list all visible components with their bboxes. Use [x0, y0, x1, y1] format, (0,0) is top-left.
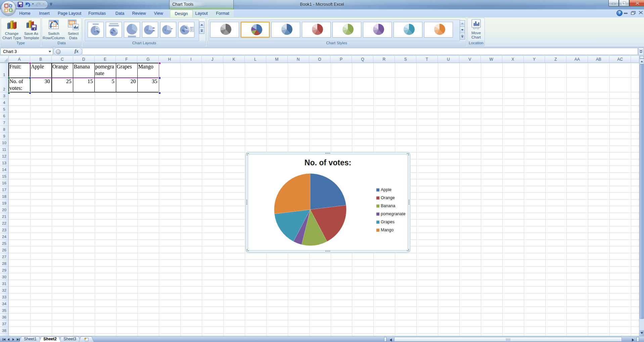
insert-worksheet-tab[interactable]: [79, 336, 94, 342]
scroll-left-icon[interactable]: [388, 338, 393, 342]
row-header-30[interactable]: 30: [0, 273, 8, 280]
chart-layout-thumb-5[interactable]: ––: [160, 22, 176, 38]
legend-item-Banana[interactable]: Banana: [376, 204, 395, 208]
chart-layout-thumb-2[interactable]: %%: [106, 22, 122, 38]
column-header-AA[interactable]: AA: [566, 56, 588, 63]
chart-layout-thumb-3[interactable]: [124, 22, 140, 38]
select-all-corner[interactable]: [0, 56, 9, 63]
legend-item-Orange[interactable]: Orange: [376, 195, 395, 200]
column-header-D[interactable]: D: [73, 56, 95, 63]
tab-split-handle[interactable]: [384, 337, 386, 342]
scroll-down-icon[interactable]: [640, 330, 644, 336]
row-header-31[interactable]: 31: [0, 280, 8, 287]
column-header-I[interactable]: I: [180, 56, 202, 63]
chart-style-thumb-4[interactable]: [302, 22, 331, 38]
column-header-R[interactable]: R: [373, 56, 395, 63]
first-sheet-icon[interactable]: [2, 337, 6, 342]
row-header-19[interactable]: 19: [0, 199, 8, 206]
tab-review[interactable]: Review: [128, 10, 150, 17]
workbook-close-icon[interactable]: [639, 11, 643, 14]
row-header-27[interactable]: 27: [0, 253, 8, 260]
insert-function-icon[interactable]: fx: [75, 49, 79, 54]
row-header-29[interactable]: 29: [0, 267, 8, 273]
column-header-E[interactable]: E: [95, 56, 116, 63]
column-header-J[interactable]: J: [202, 56, 223, 63]
chart-style-thumb-2[interactable]: [241, 22, 270, 38]
gallery-scroll-up-icon[interactable]: [199, 21, 204, 28]
column-header-Y[interactable]: Y: [524, 56, 545, 63]
undo-icon[interactable]: [25, 2, 31, 7]
row-header-15[interactable]: 15: [0, 173, 8, 179]
row-header-3[interactable]: 3: [0, 92, 8, 99]
row-header-18[interactable]: 18: [0, 193, 8, 199]
tab-formulas[interactable]: Formulas: [85, 10, 109, 17]
next-sheet-icon[interactable]: [11, 337, 15, 342]
row-header-37[interactable]: 37: [0, 320, 8, 327]
column-header-O[interactable]: O: [309, 56, 331, 63]
column-header-L[interactable]: L: [245, 56, 266, 63]
row-header-25[interactable]: 25: [0, 240, 8, 246]
row-header-23[interactable]: 23: [0, 226, 8, 233]
expand-formula-bar-icon[interactable]: [638, 48, 644, 55]
row-header-11[interactable]: 11: [0, 146, 8, 153]
sheet-tab-sheet2[interactable]: Sheet2: [39, 336, 61, 342]
row-header-39[interactable]: 39: [0, 334, 8, 336]
office-button[interactable]: [1, 1, 16, 15]
row-header-32[interactable]: 32: [0, 287, 8, 293]
close-button[interactable]: [629, 0, 644, 6]
workbook-restore-icon[interactable]: [631, 11, 636, 15]
formula-input[interactable]: [83, 48, 638, 55]
save-as-template-button[interactable]: Save AsTemplate: [22, 19, 41, 40]
row-header-34[interactable]: 34: [0, 300, 8, 307]
row-header-13[interactable]: 13: [0, 159, 8, 166]
chart-style-thumb-6[interactable]: [363, 22, 392, 38]
chart-style-thumb-1[interactable]: [210, 22, 239, 38]
name-box[interactable]: Chart 3: [0, 48, 53, 55]
row-header-24[interactable]: 24: [0, 233, 8, 240]
column-header-N[interactable]: N: [288, 56, 309, 63]
tab-design[interactable]: Design: [170, 10, 193, 18]
column-header-A[interactable]: A: [9, 56, 30, 63]
pie-slice-Apple[interactable]: [310, 174, 346, 210]
legend-item-Apple[interactable]: Apple: [376, 187, 392, 192]
vertical-scroll-thumb[interactable]: [640, 64, 644, 319]
chart-layout-thumb-1[interactable]: –– %: [88, 22, 104, 38]
chart-style-thumb-8[interactable]: [424, 22, 453, 38]
column-header-Q[interactable]: Q: [352, 56, 373, 63]
last-sheet-icon[interactable]: [16, 337, 20, 342]
column-header-Z[interactable]: Z: [545, 56, 567, 63]
row-header-8[interactable]: 8: [0, 126, 8, 132]
customize-quick-access-icon[interactable]: [49, 2, 53, 6]
legend-item-Mango[interactable]: Mango: [376, 228, 394, 232]
gallery-more-icon[interactable]: [460, 33, 465, 40]
row-header-21[interactable]: 21: [0, 213, 8, 220]
scroll-right-icon[interactable]: [631, 338, 635, 342]
row-header-2[interactable]: 2: [0, 78, 8, 92]
previous-sheet-icon[interactable]: [6, 337, 11, 342]
chart-layout-thumb-4[interactable]: ==–: [142, 22, 158, 38]
column-header-F[interactable]: F: [116, 56, 138, 63]
row-header-7[interactable]: 7: [0, 119, 8, 126]
undo-dropdown-icon[interactable]: [32, 3, 34, 5]
tab-home[interactable]: Home: [17, 10, 32, 17]
column-header-G[interactable]: G: [137, 56, 159, 63]
chart-object[interactable]: No. of votes: AppleOrangeBananapomegrana…: [245, 152, 410, 253]
pie-slice-Mango[interactable]: [274, 174, 310, 214]
chart-style-thumb-3[interactable]: [271, 22, 300, 38]
column-header-K[interactable]: K: [223, 56, 245, 63]
change-chart-type-button[interactable]: ChangeChart Type: [2, 19, 21, 40]
minimize-button[interactable]: [608, 0, 619, 6]
column-header-S[interactable]: S: [395, 56, 416, 63]
column-header-X[interactable]: X: [502, 56, 524, 63]
column-header-W[interactable]: W: [481, 56, 502, 63]
vertical-scrollbar[interactable]: [639, 56, 644, 336]
row-header-10[interactable]: 10: [0, 139, 8, 146]
row-header-1[interactable]: 1: [0, 63, 8, 78]
gallery-scroll-down-icon[interactable]: [460, 26, 465, 33]
row-header-20[interactable]: 20: [0, 206, 8, 213]
row-header-36[interactable]: 36: [0, 314, 8, 320]
row-header-12[interactable]: 12: [0, 153, 8, 159]
workbook-minimize-icon[interactable]: [624, 13, 628, 14]
chart-style-thumb-7[interactable]: [394, 22, 422, 38]
chart-style-thumb-5[interactable]: [332, 22, 361, 38]
